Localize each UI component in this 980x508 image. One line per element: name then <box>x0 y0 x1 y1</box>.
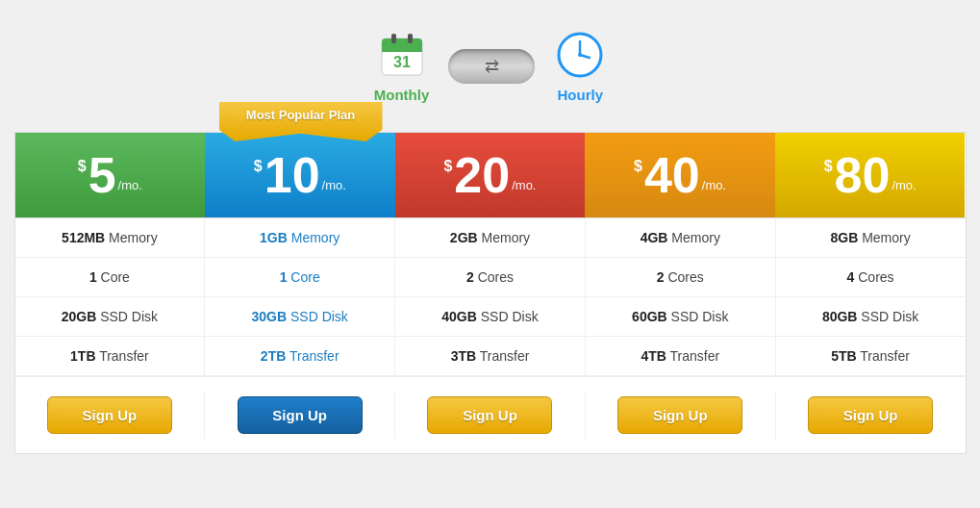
transfer-cell-5: 5TB Transfer <box>776 337 966 375</box>
price-suffix-10: /mo. <box>322 178 346 192</box>
price-main-40: 40 <box>644 150 700 200</box>
disk-cell-4: 60GB SSD Disk <box>586 297 776 336</box>
price-main-20: 20 <box>454 150 510 200</box>
disk-row: 20GB SSD Disk 30GB SSD Disk 40GB SSD Dis… <box>15 297 966 337</box>
signup-button-5[interactable]: Sign Up <box>808 396 933 434</box>
signup-cell-1: Sign Up <box>15 392 206 439</box>
memory-row: 512MB Memory 1GB Memory 2GB Memory 4GB M… <box>15 218 966 258</box>
price-main-80: 80 <box>835 150 891 200</box>
price-suffix-5: /mo. <box>118 178 142 192</box>
monthly-label: Monthly <box>374 87 430 103</box>
memory-cell-4: 4GB Memory <box>586 218 776 257</box>
pricing-table: Most Popular Plan $ 5 /mo. $ 10 /mo. $ 2… <box>14 132 967 454</box>
hourly-label: Hourly <box>557 87 603 103</box>
cores-cell-2: 1 Core <box>205 258 395 296</box>
transfer-cell-4: 4TB Transfer <box>586 337 776 375</box>
price-cell-5: $ 5 /mo. <box>15 133 206 217</box>
transfer-cell-1: 1TB Transfer <box>15 337 206 375</box>
cores-cell-1: 1 Core <box>15 258 206 296</box>
signup-button-1[interactable]: Sign Up <box>47 396 172 434</box>
price-header-row: $ 5 /mo. $ 10 /mo. $ 20 /mo. $ 40 /mo. $… <box>15 133 966 218</box>
memory-cell-2: 1GB Memory <box>205 218 395 257</box>
popular-banner: Most Popular Plan <box>219 102 383 141</box>
signup-cell-4: Sign Up <box>586 392 776 439</box>
price-cell-80: $ 80 /mo. <box>775 133 966 217</box>
price-super-5: $ <box>78 158 87 175</box>
toggle-switch[interactable]: ⇄ <box>448 49 535 84</box>
disk-cell-5: 80GB SSD Disk <box>776 297 966 336</box>
memory-cell-5: 8GB Memory <box>776 218 966 257</box>
billing-toggle-section: 31 Monthly ⇄ Hourly <box>374 29 607 103</box>
memory-cell-3: 2GB Memory <box>395 218 586 257</box>
signup-row: Sign Up Sign Up Sign Up Sign Up Sign Up <box>15 376 966 453</box>
cores-cell-4: 2 Cores <box>586 258 776 296</box>
price-cell-40: $ 40 /mo. <box>585 133 775 217</box>
svg-rect-2 <box>382 46 422 52</box>
popular-banner-text: Most Popular Plan <box>246 108 355 122</box>
signup-cell-2: Sign Up <box>205 392 395 439</box>
svg-rect-4 <box>408 34 413 43</box>
signup-button-3[interactable]: Sign Up <box>427 396 552 434</box>
clock-icon <box>556 31 604 79</box>
hourly-option[interactable]: Hourly <box>554 29 606 103</box>
signup-button-4[interactable]: Sign Up <box>617 396 742 434</box>
price-super-40: $ <box>634 158 642 175</box>
cores-cell-3: 2 Cores <box>395 258 586 296</box>
disk-cell-2: 30GB SSD Disk <box>205 297 395 336</box>
toggle-arrows-icon: ⇄ <box>485 56 499 77</box>
signup-cell-3: Sign Up <box>395 392 586 439</box>
price-suffix-20: /mo. <box>512 178 536 192</box>
svg-point-10 <box>578 53 582 57</box>
price-main-10: 10 <box>264 150 320 200</box>
svg-rect-3 <box>391 34 396 43</box>
price-cell-10: $ 10 /mo. <box>205 133 395 217</box>
price-super-80: $ <box>824 158 833 175</box>
cores-cell-5: 4 Cores <box>776 258 966 296</box>
cores-row: 1 Core 1 Core 2 Cores 2 Cores 4 Cores <box>15 258 966 297</box>
transfer-cell-2: 2TB Transfer <box>205 337 395 375</box>
signup-button-2[interactable]: Sign Up <box>238 396 363 434</box>
price-super-20: $ <box>443 158 452 175</box>
transfer-cell-3: 3TB Transfer <box>395 337 586 375</box>
popular-banner-wrap: Most Popular Plan <box>205 102 397 141</box>
price-super-10: $ <box>254 158 263 175</box>
disk-cell-3: 40GB SSD Disk <box>395 297 586 336</box>
calendar-icon: 31 <box>378 31 426 79</box>
clock-icon-wrap <box>554 29 606 81</box>
monthly-option[interactable]: 31 Monthly <box>374 29 430 103</box>
calendar-icon-wrap: 31 <box>376 29 428 81</box>
price-cell-20: $ 20 /mo. <box>395 133 586 217</box>
disk-cell-1: 20GB SSD Disk <box>15 297 206 336</box>
svg-text:31: 31 <box>393 54 411 70</box>
price-suffix-80: /mo. <box>892 178 916 192</box>
signup-cell-5: Sign Up <box>776 392 966 439</box>
memory-cell-1: 512MB Memory <box>15 218 206 257</box>
price-main-5: 5 <box>88 150 116 200</box>
price-suffix-40: /mo. <box>702 178 726 192</box>
transfer-row: 1TB Transfer 2TB Transfer 3TB Transfer 4… <box>15 337 966 376</box>
